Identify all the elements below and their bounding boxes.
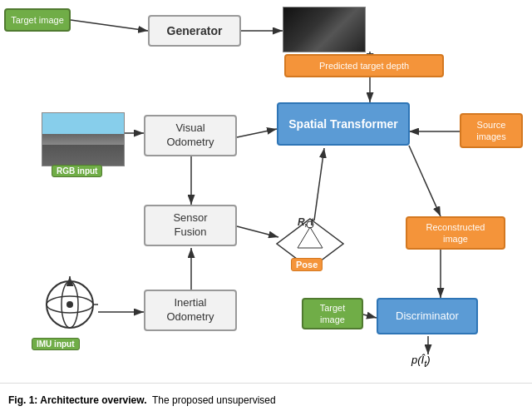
road-image	[42, 112, 125, 166]
svg-line-16	[363, 314, 377, 318]
architecture-diagram: Target image Generator Predicted target …	[0, 0, 532, 383]
svg-line-9	[409, 146, 441, 216]
rt-label: R, t	[298, 216, 313, 228]
source-images-label: Sourceimages	[460, 113, 523, 148]
depth-image	[283, 7, 366, 52]
sensor-fusion-box: SensorFusion	[144, 205, 237, 246]
target-image-bottom-label: Targetimage	[302, 298, 363, 329]
discriminator-box: Discriminator	[377, 298, 478, 334]
svg-line-13	[314, 148, 324, 220]
svg-marker-19	[298, 227, 323, 248]
p-output-label: p(Ît)	[411, 354, 431, 369]
predicted-target-depth-label: Predicted target depth	[284, 54, 444, 77]
reconstructed-image-label: Reconstructedimage	[406, 216, 505, 250]
target-image-box: Target image	[4, 8, 71, 32]
figure-caption: Fig. 1: Architecture overview. The propo…	[0, 383, 532, 416]
inertial-odometry-box: InertialOdometry	[144, 290, 237, 331]
imu-input-label: IMU input	[32, 338, 80, 350]
visual-odometry-box: VisualOdometry	[144, 115, 237, 156]
generator-box: Generator	[148, 15, 241, 47]
spatial-transformer-box: Spatial Transformer	[277, 102, 410, 146]
svg-line-2	[71, 20, 148, 31]
svg-line-8	[237, 129, 277, 137]
pose-area: R, t Pose	[273, 215, 347, 273]
imu-icon	[40, 275, 100, 334]
svg-point-24	[66, 301, 73, 308]
pose-label: Pose	[291, 258, 323, 271]
rgb-input-label: RGB input	[52, 165, 102, 177]
